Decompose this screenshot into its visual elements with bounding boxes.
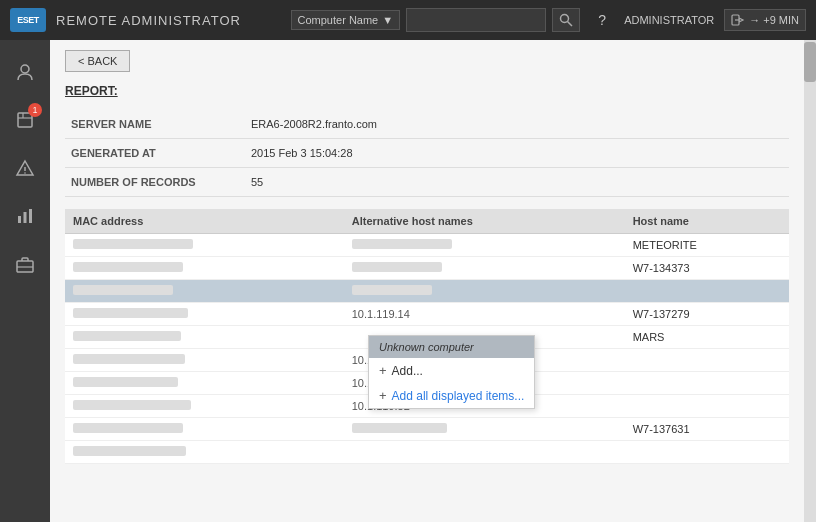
svg-rect-11 xyxy=(18,216,21,223)
computer-name-label: Computer Name xyxy=(298,14,379,26)
sidebar: 1 xyxy=(0,40,50,522)
mac-cell xyxy=(65,303,344,326)
alt-host-cell xyxy=(344,234,625,257)
svg-point-10 xyxy=(24,172,26,174)
add-all-link[interactable]: Add all displayed items... xyxy=(392,389,525,403)
person-icon xyxy=(15,62,35,82)
topbar: ESET REMOTE ADMINISTRATOR Computer Name … xyxy=(0,0,816,40)
logout-label: → +9 MIN xyxy=(749,14,799,26)
alt-host-cell xyxy=(344,418,625,441)
plus-icon: + xyxy=(379,363,387,378)
search-area: Computer Name ▼ xyxy=(291,8,581,32)
table-row[interactable] xyxy=(65,280,789,303)
sidebar-item-tools[interactable] xyxy=(0,242,50,286)
table-row[interactable]: W7-134373 xyxy=(65,257,789,280)
col-mac: MAC address xyxy=(65,209,344,234)
num-records-value: 55 xyxy=(245,168,789,197)
briefcase-icon xyxy=(15,254,35,274)
add-label: Add... xyxy=(392,364,423,378)
search-input[interactable] xyxy=(406,8,546,32)
mac-cell xyxy=(65,372,344,395)
col-host: Host name xyxy=(625,209,789,234)
sidebar-item-computers[interactable]: 1 xyxy=(0,98,50,142)
help-button[interactable]: ? xyxy=(590,8,614,32)
num-records-label: NUMBER OF RECORDS xyxy=(65,168,245,197)
back-button[interactable]: < BACK xyxy=(65,50,130,72)
table-header-row: MAC address Alternative host names Host … xyxy=(65,209,789,234)
svg-line-1 xyxy=(568,22,573,27)
scrollbar-thumb[interactable] xyxy=(804,42,816,82)
table-row[interactable]: 10.1.119.14W7-137279 xyxy=(65,303,789,326)
server-name-row: SERVER NAME ERA6-2008R2.franto.com xyxy=(65,110,789,139)
mac-cell xyxy=(65,349,344,372)
svg-rect-13 xyxy=(29,209,32,223)
mac-cell xyxy=(65,234,344,257)
plus-icon-2: + xyxy=(379,388,387,403)
mac-cell xyxy=(65,395,344,418)
sidebar-item-users[interactable] xyxy=(0,50,50,94)
server-name-label: SERVER NAME xyxy=(65,110,245,139)
mac-cell xyxy=(65,441,344,464)
alt-host-cell xyxy=(344,257,625,280)
scrollbar[interactable] xyxy=(804,40,816,522)
report-heading: REPORT: xyxy=(65,84,789,98)
warning-icon xyxy=(15,158,35,178)
search-icon xyxy=(559,13,573,27)
col-alt: Alternative host names xyxy=(344,209,625,234)
num-records-row: NUMBER OF RECORDS 55 xyxy=(65,168,789,197)
host-cell xyxy=(625,372,789,395)
chart-icon xyxy=(15,206,35,226)
chevron-down-icon: ▼ xyxy=(382,14,393,26)
host-cell: MARS xyxy=(625,326,789,349)
eset-logo: ESET xyxy=(10,8,46,32)
host-cell xyxy=(625,349,789,372)
mac-cell xyxy=(65,326,344,349)
generated-at-value: 2015 Feb 3 15:04:28 xyxy=(245,139,789,168)
mac-cell xyxy=(65,418,344,441)
computers-badge: 1 xyxy=(28,103,42,117)
app-title: REMOTE ADMINISTRATOR xyxy=(56,13,281,28)
context-add-item[interactable]: + Add... xyxy=(369,358,534,383)
search-button[interactable] xyxy=(552,8,580,32)
table-row[interactable]: METEORITE xyxy=(65,234,789,257)
context-menu: Unknown computer + Add... + Add all disp… xyxy=(368,335,535,409)
logout-icon xyxy=(731,13,745,27)
table-row[interactable]: W7-137631 xyxy=(65,418,789,441)
logout-button[interactable]: → +9 MIN xyxy=(724,9,806,31)
computer-name-dropdown[interactable]: Computer Name ▼ xyxy=(291,10,401,30)
server-name-value: ERA6-2008R2.franto.com xyxy=(245,110,789,139)
alt-host-cell xyxy=(344,441,625,464)
host-cell xyxy=(625,441,789,464)
host-cell xyxy=(625,395,789,418)
svg-point-0 xyxy=(561,15,569,23)
main-content: < BACK REPORT: SERVER NAME ERA6-2008R2.f… xyxy=(50,40,804,522)
svg-rect-12 xyxy=(24,212,27,223)
svg-point-4 xyxy=(21,65,29,73)
host-cell: W7-134373 xyxy=(625,257,789,280)
generated-at-label: GENERATED AT xyxy=(65,139,245,168)
report-info-table: SERVER NAME ERA6-2008R2.franto.com GENER… xyxy=(65,110,789,197)
sidebar-item-alerts[interactable] xyxy=(0,146,50,190)
host-cell: W7-137631 xyxy=(625,418,789,441)
host-cell: W7-137279 xyxy=(625,303,789,326)
host-cell xyxy=(625,280,789,303)
sidebar-item-reports[interactable] xyxy=(0,194,50,238)
context-add-all-item[interactable]: + Add all displayed items... xyxy=(369,383,534,408)
context-header: Unknown computer xyxy=(369,336,534,358)
generated-at-row: GENERATED AT 2015 Feb 3 15:04:28 xyxy=(65,139,789,168)
mac-cell xyxy=(65,257,344,280)
alt-host-cell xyxy=(344,280,625,303)
alt-host-cell: 10.1.119.14 xyxy=(344,303,625,326)
layout: 1 < BACK REPORT: xyxy=(0,40,816,522)
admin-label: ADMINISTRATOR xyxy=(624,14,714,26)
host-cell: METEORITE xyxy=(625,234,789,257)
mac-cell xyxy=(65,280,344,303)
table-row[interactable] xyxy=(65,441,789,464)
